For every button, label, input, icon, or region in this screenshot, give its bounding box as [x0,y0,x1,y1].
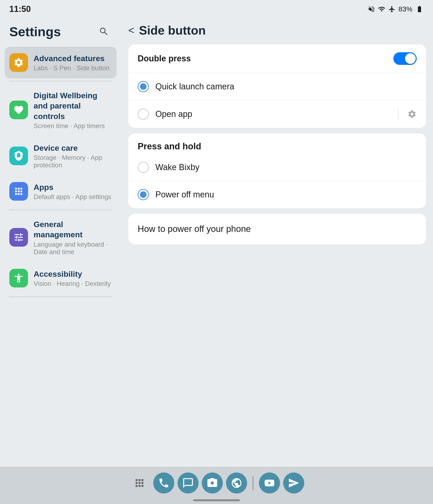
apps-subtitle: Default apps · App settings [34,193,112,201]
device-care-title: Device care [34,143,112,153]
sidebar-item-device-care[interactable]: Device care Storage · Memory · App prote… [5,136,117,175]
chat-icon [182,477,194,489]
power-off-menu-label: Power off menu [155,190,417,199]
toggle-knob [405,53,416,64]
divider-1 [9,81,112,81]
email-nav-button[interactable] [283,472,304,494]
power-off-menu-row[interactable]: Power off menu [128,181,426,208]
wake-bixby-label: Wake Bixby [155,162,417,172]
double-press-row[interactable]: Double press [128,44,426,73]
sidebar-item-general-management[interactable]: General management Language and keyboard… [5,213,117,262]
gear-settings-icon [13,57,24,68]
grid-icon [13,186,24,197]
globe-icon [231,477,242,489]
wifi-icon [378,5,385,13]
camera-nav-button[interactable] [202,472,223,494]
sidebar-item-apps[interactable]: Apps Default apps · App settings [5,175,117,207]
settings-header: Settings [5,23,117,47]
how-to-power-off-card[interactable]: How to power off your phone [128,214,426,244]
status-icons: 83% [368,5,424,13]
settings-title: Settings [9,24,61,39]
digital-wellbeing-icon [9,100,28,119]
double-press-toggle[interactable] [393,52,417,65]
double-press-label: Double press [138,54,191,63]
double-press-card: Double press Quick launch camera Open ap… [128,44,426,128]
youtube-nav-button[interactable] [259,472,280,494]
settings-panel: Settings Advanced features Labs · S Pen … [0,16,121,467]
grid-dots-icon [134,477,145,489]
airplane-icon [388,5,396,13]
device-icon [13,151,24,161]
wake-bixby-radio[interactable] [138,162,149,173]
open-app-gear-icon[interactable] [407,109,417,119]
how-to-power-off-label: How to power off your phone [138,224,251,234]
bottom-nav [0,467,433,504]
radio-inner-2 [140,191,146,198]
wake-bixby-row[interactable]: Wake Bixby [128,154,426,181]
camera-icon [207,477,218,489]
advanced-features-text: Advanced features Labs · S Pen · Side bu… [34,53,112,72]
accessibility-person-icon [13,273,24,284]
press-hold-header-row: Press and hold [128,134,426,154]
sliders-icon [13,232,24,243]
quick-launch-radio[interactable] [138,81,149,92]
advanced-features-subtitle: Labs · S Pen · Side button [34,64,112,72]
quick-launch-label: Quick launch camera [155,82,417,91]
device-care-subtitle: Storage · Memory · App protection [34,154,112,169]
sidebar-item-digital-wellbeing[interactable]: Digital Wellbeing and parental controls … [5,84,117,136]
side-button-panel: < Side button Double press Quick launch … [121,16,433,467]
back-button[interactable]: < [128,25,134,36]
open-app-radio[interactable] [138,108,149,120]
browser-nav-button[interactable] [226,472,247,494]
open-app-label: Open app [155,109,389,119]
power-off-menu-radio[interactable] [138,189,149,200]
phone-icon [158,477,170,489]
digital-wellbeing-text: Digital Wellbeing and parental controls … [34,90,112,130]
app-drawer-button[interactable] [129,472,150,494]
digital-wellbeing-title: Digital Wellbeing and parental controls [34,90,112,121]
search-button[interactable] [96,23,112,40]
vertical-divider [398,108,398,120]
radio-inner [140,83,146,90]
divider-2 [9,209,112,210]
main-layout: Settings Advanced features Labs · S Pen … [0,16,433,467]
sidebar-item-advanced-features[interactable]: Advanced features Labs · S Pen · Side bu… [5,47,117,78]
device-care-icon [9,146,28,165]
heart-icon [13,105,24,115]
device-care-text: Device care Storage · Memory · App prote… [34,143,112,169]
accessibility-title: Accessibility [34,269,112,279]
general-management-icon [9,228,28,247]
advanced-features-title: Advanced features [34,53,112,63]
youtube-icon [264,477,275,489]
quick-launch-camera-row[interactable]: Quick launch camera [128,73,426,100]
panel-header: < Side button [128,21,426,44]
sidebar-item-accessibility[interactable]: Accessibility Vision · Hearing · Dexteri… [5,262,117,294]
nav-apps [129,472,304,494]
send-icon [288,477,299,489]
accessibility-text: Accessibility Vision · Hearing · Dexteri… [34,269,112,288]
general-management-text: General management Language and keyboard… [34,219,112,255]
apps-text: Apps Default apps · App settings [34,182,112,201]
general-management-title: General management [34,219,112,240]
battery-indicator: 83% [398,5,413,13]
apps-icon [9,182,28,201]
messages-nav-button[interactable] [178,472,198,494]
battery-icon [415,5,424,13]
status-bar: 11:50 83% [0,0,433,16]
phone-nav-button[interactable] [153,472,174,494]
accessibility-subtitle: Vision · Hearing · Dexterity [34,280,112,288]
digital-wellbeing-subtitle: Screen time · App timers [34,122,112,130]
search-icon [99,26,109,37]
advanced-features-icon [9,53,28,72]
home-bar [193,499,240,501]
mute-icon [368,5,375,13]
apps-title: Apps [34,182,112,192]
panel-title: Side button [139,23,206,37]
press-and-hold-card: Press and hold Wake Bixby Power off menu [128,134,426,208]
general-management-subtitle: Language and keyboard · Date and time [34,241,112,256]
open-app-row[interactable]: Open app [128,100,426,128]
press-hold-label: Press and hold [138,141,201,151]
nav-vertical-divider [253,476,253,490]
divider-3 [9,296,112,297]
accessibility-icon [9,269,28,288]
